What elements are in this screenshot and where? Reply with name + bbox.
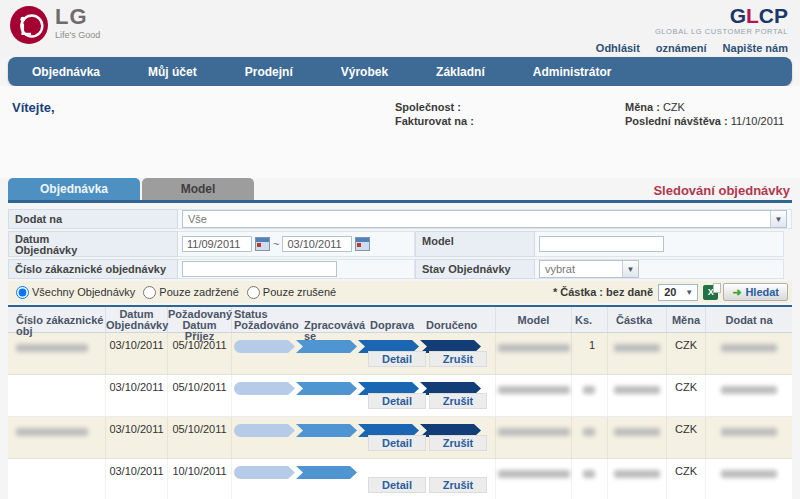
nav-item-administrator[interactable]: Administrátor [509, 65, 636, 79]
nav-item-sales[interactable]: Prodejní [221, 65, 317, 79]
status-cell: Detail Zrušit [232, 459, 496, 499]
redacted-ship-to [721, 470, 777, 478]
header-currency: Měna [667, 307, 706, 332]
redacted-amount [614, 470, 660, 478]
radio-all-orders[interactable] [16, 286, 29, 299]
order-status-selected-value: vybrat [540, 263, 622, 275]
currency-cell: CZK [667, 459, 706, 499]
nav-item-order[interactable]: Objednávka [8, 65, 124, 79]
redacted-order-number [16, 344, 88, 352]
model-cell [496, 375, 572, 416]
lastvisit-value: 11/10/2011 [731, 115, 784, 127]
model-cell [496, 333, 572, 374]
amount-cell [608, 375, 667, 416]
radio-held-only-label[interactable]: Pouze zadržené [159, 286, 239, 298]
glcp-letter-l: L [746, 4, 759, 27]
header-status: Status Požadováno Zpracovává se Doprava … [232, 307, 496, 332]
model-label: Model [415, 231, 535, 257]
order-status-select[interactable]: vybrat ▼ [539, 260, 639, 278]
header-ship-to: Dodat na [706, 307, 792, 332]
orders-table: Číslo zákaznické obj DatumObjednávky Pož… [8, 305, 792, 499]
detail-button[interactable]: Detail [368, 477, 426, 493]
calendar-icon[interactable] [355, 237, 370, 251]
nav-item-product[interactable]: Výrobek [317, 65, 412, 79]
order-date-cell: 03/10/2011 [106, 417, 168, 458]
amount-cell [608, 459, 667, 499]
order-status-label: Stav Objednávky [415, 259, 535, 279]
amount-cell [608, 417, 667, 458]
date-from-input[interactable] [182, 236, 252, 252]
glcp-logo: GLCP [596, 6, 788, 26]
model-cell [496, 417, 572, 458]
cancel-button[interactable]: Zrušit [429, 393, 487, 409]
filter-form: Dodat na Vše ▼ Datum Objednávky ~ Model [8, 209, 792, 279]
order-type-filter-row: Všechny Objednávky Pouze zadržené Pouze … [8, 281, 792, 303]
model-input[interactable] [539, 236, 664, 252]
currency-cell: CZK [667, 333, 706, 374]
header-order-date: DatumObjednávky [106, 307, 168, 332]
radio-all-orders-label[interactable]: Všechny Objednávky [32, 286, 135, 298]
tab-order[interactable]: Objednávka [8, 178, 140, 200]
cancel-button[interactable]: Zrušit [429, 351, 487, 367]
qty-cell [572, 417, 608, 458]
logout-link[interactable]: Odhlásit [596, 42, 640, 54]
page-size-value: 20 [659, 286, 681, 298]
lg-symbol-icon [10, 6, 48, 44]
detail-button[interactable]: Detail [368, 393, 426, 409]
nav-item-my-account[interactable]: Můj účet [124, 65, 221, 79]
progress-step-requested [234, 382, 295, 395]
amount-cell [608, 333, 667, 374]
requested-date-cell: 05/10/2011 [168, 417, 232, 458]
glcp-letter-g: G [730, 4, 746, 27]
redacted-ship-to [721, 386, 777, 394]
tab-model[interactable]: Model [142, 178, 254, 200]
radio-cancelled-only[interactable] [247, 286, 260, 299]
lg-logo: LG Life's Good [10, 6, 100, 57]
company-label: Společnost : [395, 101, 461, 113]
ship-to-cell [706, 375, 792, 416]
po-number-label: Číslo zákaznické objednávky [8, 259, 178, 279]
requested-date-cell: 10/10/2011 [168, 459, 232, 499]
lg-wordmark: LG [55, 6, 100, 28]
lastvisit-label: Poslední návštěva : [625, 115, 728, 127]
cancel-button[interactable]: Zrušit [429, 435, 487, 451]
search-button-label: Hledat [745, 286, 779, 298]
table-row: 03/10/2011 05/10/2011 Detail Zrušit CZK [8, 375, 792, 417]
status-cell: Detail Zrušit [232, 417, 496, 458]
order-number-cell [8, 417, 106, 458]
redacted-model [498, 344, 570, 352]
redacted-model [498, 428, 570, 436]
redacted-qty [583, 470, 595, 478]
po-number-input[interactable] [182, 261, 337, 277]
header: LG Life's Good GLCP GLOBAL LG CUSTOMER P… [0, 0, 800, 57]
cancel-button[interactable]: Zrušit [429, 477, 487, 493]
ship-to-label: Dodat na [8, 209, 178, 229]
calendar-icon[interactable] [255, 237, 270, 251]
header-order-number: Číslo zákaznické obj [8, 307, 106, 332]
qty-cell [572, 375, 608, 416]
qty-cell: 1 [572, 333, 608, 374]
radio-held-only[interactable] [143, 286, 156, 299]
notices-link[interactable]: oznámení [656, 42, 707, 54]
radio-cancelled-only-label[interactable]: Pouze zrušené [263, 286, 336, 298]
order-date-cell: 03/10/2011 [106, 375, 168, 416]
glcp-order-tracking-page: LG Life's Good GLCP GLOBAL LG CUSTOMER P… [0, 0, 800, 499]
detail-button[interactable]: Detail [368, 435, 426, 451]
status-cell: Detail Zrušit [232, 375, 496, 416]
page-size-select[interactable]: 20 ▼ [658, 284, 698, 301]
session-info: Měna : CZK Poslední návštěva : 11/10/201… [625, 100, 784, 128]
welcome-section: Vítejte, Společnost : Fakturovat na : Mě… [0, 86, 800, 178]
detail-button[interactable]: Detail [368, 351, 426, 367]
glcp-letters-cp: CP [759, 4, 788, 27]
date-to-input[interactable] [282, 236, 352, 252]
nav-item-basic[interactable]: Základní [412, 65, 509, 79]
search-button[interactable]: ➜ Hledat [723, 283, 788, 301]
date-range-tilde: ~ [273, 238, 279, 250]
contact-link[interactable]: Napište nám [723, 42, 788, 54]
progress-step-processing [296, 424, 357, 437]
ship-to-cell [706, 333, 792, 374]
ship-to-select[interactable]: Vše ▼ [182, 210, 787, 228]
company-info: Společnost : Fakturovat na : [395, 100, 474, 128]
header-amount: Částka [608, 307, 667, 332]
excel-export-icon[interactable]: X [703, 285, 718, 300]
